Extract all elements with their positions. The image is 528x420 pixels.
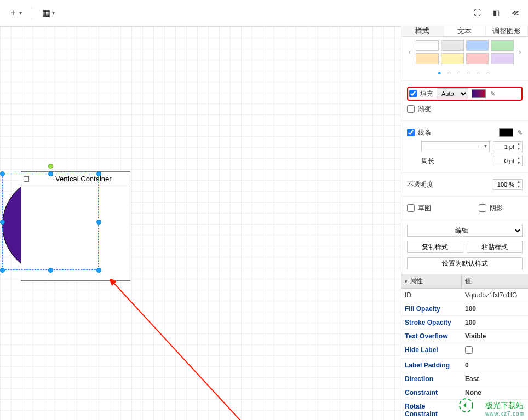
color-swatch[interactable]: [441, 40, 464, 51]
perimeter-label: 周长: [421, 157, 490, 166]
top-toolbar: ＋▾ ▦▾ ⛶ ◧ ≪: [0, 0, 528, 26]
properties-list: IDVqtudbz1fxl7o1fGFill Opacity100Stroke …: [401, 289, 528, 420]
fill-color-swatch[interactable]: [472, 89, 486, 98]
property-value[interactable]: None: [462, 386, 528, 399]
line-color-edit-icon[interactable]: ✎: [518, 129, 523, 136]
property-key: Constraint: [401, 386, 462, 399]
gradient-checkbox[interactable]: [407, 105, 415, 113]
format-panel: 样式 文本 调整图形 ‹ › ● ○ ○ ○ ○ ○ 填充 Auto ✎ 渐变: [401, 26, 528, 420]
property-key: Rotate Constraint: [401, 400, 462, 420]
resize-handle[interactable]: [0, 268, 5, 273]
shadow-label: 阴影: [490, 204, 503, 213]
resize-handle[interactable]: [0, 171, 5, 176]
canvas[interactable]: – Vertical Container: [0, 26, 401, 420]
color-swatch[interactable]: [466, 40, 489, 51]
container-collapse-icon[interactable]: –: [24, 176, 29, 182]
color-swatch[interactable]: [491, 40, 514, 51]
grid-button[interactable]: ▦▾: [38, 4, 59, 21]
property-row[interactable]: IDVqtudbz1fxl7o1fG: [401, 289, 528, 302]
property-row[interactable]: DirectionEast: [401, 372, 528, 386]
chevron-down-icon: ▾: [52, 10, 55, 16]
plus-icon: ＋: [9, 7, 18, 19]
property-value[interactable]: 0: [462, 359, 528, 372]
property-value[interactable]: Visible: [462, 330, 528, 343]
rotate-handle[interactable]: [48, 164, 53, 169]
fill-row-highlight: 填充 Auto ✎: [407, 87, 523, 101]
step-up-icon[interactable]: ▲: [515, 180, 522, 185]
line-label: 线条: [418, 128, 431, 137]
edit-style-select[interactable]: 编辑: [407, 225, 523, 237]
step-down-icon[interactable]: ▼: [515, 161, 522, 166]
color-swatch[interactable]: [416, 53, 439, 64]
container-title: Vertical Container: [55, 175, 112, 183]
paste-style-button[interactable]: 粘贴样式: [467, 241, 523, 253]
palette-prev-icon[interactable]: ‹: [405, 48, 415, 56]
palette-next-icon[interactable]: ›: [515, 48, 525, 56]
property-value[interactable]: Vqtudbz1fxl7o1fG: [462, 289, 528, 302]
add-button[interactable]: ＋▾: [4, 4, 26, 22]
property-key: Fill Opacity: [401, 302, 462, 315]
copy-style-button[interactable]: 复制样式: [407, 241, 463, 253]
fill-label: 填充: [420, 89, 433, 99]
color-palette: [415, 40, 515, 64]
property-row[interactable]: Text OverflowVisible: [401, 330, 528, 343]
tab-text[interactable]: 文本: [444, 26, 486, 36]
property-row[interactable]: Stroke Opacity100: [401, 316, 528, 330]
color-swatch[interactable]: [466, 53, 489, 64]
color-swatch[interactable]: [416, 40, 439, 51]
property-value[interactable]: 100: [462, 302, 528, 315]
property-checkbox[interactable]: [465, 346, 473, 354]
step-up-icon[interactable]: ▲: [515, 156, 522, 161]
fill-color-edit-icon[interactable]: ✎: [490, 90, 495, 97]
property-row[interactable]: Hide Label: [401, 343, 528, 359]
svg-line-0: [113, 282, 241, 420]
property-key: ID: [401, 289, 462, 302]
property-row[interactable]: ConstraintNone: [401, 386, 528, 400]
set-default-style-button[interactable]: 设置为默认样式: [407, 257, 523, 269]
fill-checkbox[interactable]: [409, 90, 417, 97]
tab-style[interactable]: 样式: [401, 26, 444, 36]
property-value[interactable]: 100: [462, 316, 528, 329]
line-color-swatch[interactable]: [499, 128, 513, 137]
sketch-label: 草图: [418, 204, 431, 213]
collapse-icon[interactable]: ≪: [507, 5, 524, 20]
format-panel-icon[interactable]: ◧: [489, 5, 504, 20]
tab-arrange[interactable]: 调整图形: [486, 26, 528, 36]
palette-pager[interactable]: ● ○ ○ ○ ○ ○: [401, 67, 528, 80]
property-key: Label Padding: [401, 359, 462, 372]
step-up-icon[interactable]: ▲: [515, 142, 522, 147]
step-down-icon[interactable]: ▼: [515, 185, 522, 189]
property-row[interactable]: Label Padding0: [401, 359, 528, 372]
opacity-label: 不透明度: [407, 180, 490, 189]
toolbar-separator: [32, 7, 32, 20]
format-tabs: 样式 文本 调整图形: [401, 26, 528, 37]
property-row[interactable]: Fill Opacity100: [401, 302, 528, 316]
step-down-icon[interactable]: ▼: [515, 147, 522, 152]
annotation-arrow: [110, 279, 252, 420]
properties-header: ▾属性 值: [401, 274, 528, 289]
property-value[interactable]: [462, 400, 528, 420]
line-style-select[interactable]: [421, 141, 490, 152]
vertical-container-shape[interactable]: – Vertical Container: [21, 171, 130, 281]
property-value[interactable]: [462, 343, 528, 358]
property-key: Hide Label: [401, 343, 462, 358]
line-checkbox[interactable]: [407, 129, 415, 136]
property-key: Text Overflow: [401, 330, 462, 343]
chevron-down-icon: ▾: [19, 10, 22, 16]
gradient-label: 渐变: [418, 105, 431, 114]
property-key: Direction: [401, 372, 462, 386]
shadow-checkbox[interactable]: [479, 204, 486, 212]
sketch-checkbox[interactable]: [407, 204, 415, 212]
grid-icon: ▦: [42, 8, 50, 18]
color-swatch[interactable]: [491, 53, 514, 64]
property-row[interactable]: Rotate Constraint: [401, 400, 528, 420]
color-swatch[interactable]: [441, 53, 464, 64]
property-value[interactable]: East: [462, 372, 528, 386]
fullscreen-icon[interactable]: ⛶: [469, 5, 485, 20]
fill-mode-select[interactable]: Auto: [437, 88, 468, 99]
property-key: Stroke Opacity: [401, 316, 462, 329]
collapse-props-icon[interactable]: ▾: [405, 279, 408, 284]
